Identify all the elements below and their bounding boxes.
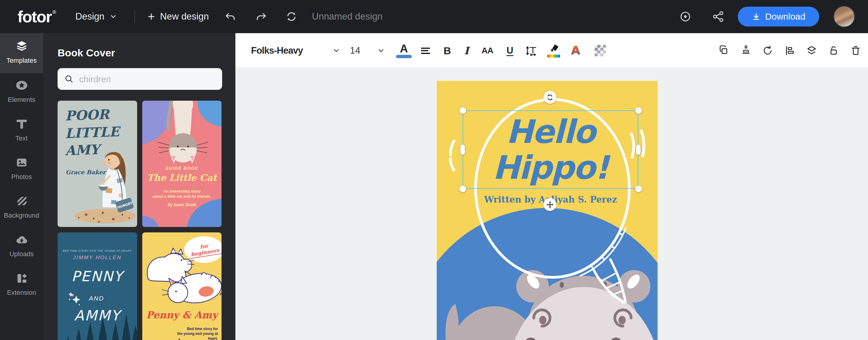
transparency-icon [595, 45, 606, 56]
sidebar-item-background[interactable]: Background [0, 188, 43, 227]
rotate-button[interactable] [761, 44, 775, 58]
template-card-penny-and-ammy[interactable]: BED TIME STORY FOR THE YOUNG AT HEART. J… [58, 233, 137, 340]
download-button[interactable]: Download [738, 7, 819, 27]
font-color-button[interactable]: A [397, 44, 411, 58]
resize-handle-nw[interactable] [459, 107, 466, 114]
align-objects-icon [784, 44, 797, 57]
resize-handle-se[interactable] [635, 185, 642, 192]
chevron-down-icon [377, 47, 385, 55]
user-avatar[interactable] [834, 6, 855, 27]
layers-button[interactable] [805, 44, 818, 58]
font-size-select[interactable]: 14 [346, 41, 385, 60]
preview-button[interactable] [679, 10, 692, 23]
trash-icon [849, 44, 862, 57]
design-menu[interactable]: Design [75, 0, 117, 33]
cover-title: Penny & Amy [142, 309, 221, 321]
cover-author: JIMMY HOLLEN [58, 255, 137, 261]
side-nav: Templates Elements Text Photos Backgroun… [0, 33, 43, 340]
uploads-icon [16, 233, 28, 246]
bold-button[interactable]: B [440, 44, 454, 58]
search-box [58, 68, 222, 90]
search-input[interactable] [79, 68, 218, 90]
text-case-button[interactable]: AA [480, 44, 494, 58]
sync-button[interactable] [285, 10, 298, 23]
sidebar-item-label: Photos [0, 173, 43, 181]
share-button[interactable] [711, 10, 724, 23]
sidebar-item-label: Templates [0, 57, 43, 64]
redo-icon [255, 10, 267, 23]
download-label: Download [765, 11, 805, 22]
sidebar-item-label: Uploads [0, 250, 43, 258]
document-title-input[interactable]: Unnamed design [312, 0, 382, 33]
spacing-button[interactable] [524, 44, 538, 58]
sidebar-item-uploads[interactable]: Uploads [0, 227, 43, 265]
selection-box [463, 110, 638, 189]
template-card-the-little-cat[interactable]: GUIDE BOOK The Little Cat An interesting… [142, 101, 221, 227]
duplicate-icon [718, 44, 730, 57]
sidebar-item-label: Text [0, 134, 43, 142]
canvas-area[interactable]: Hello Hippo! Written by Aaliyah S. Perez [236, 68, 868, 340]
move-handle[interactable] [544, 198, 556, 211]
move-handle-icon [546, 201, 554, 209]
preview-icon [679, 10, 692, 23]
format-paint-button[interactable] [739, 44, 753, 58]
unlock-icon [827, 44, 840, 57]
template-card-penny-and-amy[interactable]: for beginners Penny & Amy Bed time story… [142, 233, 221, 340]
duplicate-button[interactable] [717, 44, 731, 58]
resize-handle-w[interactable] [460, 144, 465, 155]
sidebar-item-label: Background [0, 212, 43, 219]
download-icon [752, 12, 761, 21]
text-toolbar: Folks-Heavy 14 A B I AA U A [236, 33, 868, 68]
new-design-label: New design [160, 11, 209, 22]
sidebar-item-templates[interactable]: Templates [0, 33, 43, 73]
cat-illustration [142, 101, 221, 227]
registered-mark: ® [53, 9, 56, 15]
logo-text: fotor [18, 7, 52, 26]
new-design-button[interactable]: New design [147, 0, 209, 33]
cover-title: The Little Cat [142, 173, 221, 183]
italic-button[interactable]: I [460, 44, 473, 58]
align-icon [421, 46, 430, 55]
undo-icon [224, 10, 236, 23]
panel-title: Book Cover [58, 47, 115, 59]
elements-icon [16, 79, 28, 92]
fotor-editor: fotor® Design New design Unnamed design [0, 0, 868, 340]
undo-button[interactable] [224, 10, 237, 23]
resize-handle-e[interactable] [636, 144, 641, 155]
resize-handle-sw[interactable] [459, 185, 466, 192]
font-family-select[interactable]: Folks-Heavy [251, 41, 340, 60]
chevron-down-icon [110, 13, 117, 21]
rotate-handle[interactable] [544, 91, 556, 104]
share-icon [712, 10, 724, 23]
cover-title-line: PENNY [58, 268, 137, 284]
cover-author: Grace Baker [66, 169, 105, 176]
gradient-a-icon: A [569, 44, 582, 57]
text-effects-button[interactable]: A [569, 44, 583, 58]
sidebar-item-extension[interactable]: Extension [0, 265, 43, 304]
layers-icon [805, 44, 818, 57]
highlight-button[interactable] [547, 44, 561, 58]
redo-button[interactable] [255, 10, 268, 23]
align-objects-button[interactable] [783, 44, 797, 58]
sidebar-item-text[interactable]: Text [0, 111, 43, 150]
top-bar: fotor® Design New design Unnamed design [0, 0, 868, 33]
cover-title-mid: AND [89, 295, 104, 302]
forest-illustration [58, 233, 137, 340]
cover-description: Bed time story forthe young and young at… [167, 327, 218, 340]
fotor-logo[interactable]: fotor® [18, 7, 56, 26]
chevron-down-icon [333, 47, 340, 55]
search-icon [64, 74, 74, 84]
text-align-button[interactable] [418, 44, 433, 58]
template-card-poor-little-amy[interactable]: HUNGRY POOR LITTLE AMY Grace Baker [58, 101, 137, 227]
design-menu-label: Design [75, 11, 104, 22]
delete-button[interactable] [849, 44, 863, 58]
lock-button[interactable] [827, 44, 841, 58]
templates-icon [16, 40, 28, 53]
cover-title-line: LITTLE [65, 124, 120, 141]
transparency-button[interactable] [593, 44, 607, 58]
sidebar-item-photos[interactable]: Photos [0, 150, 43, 188]
underline-button[interactable]: U [503, 44, 517, 58]
resize-handle-ne[interactable] [635, 107, 642, 114]
text-icon [16, 118, 28, 130]
sidebar-item-elements[interactable]: Elements [0, 72, 43, 111]
